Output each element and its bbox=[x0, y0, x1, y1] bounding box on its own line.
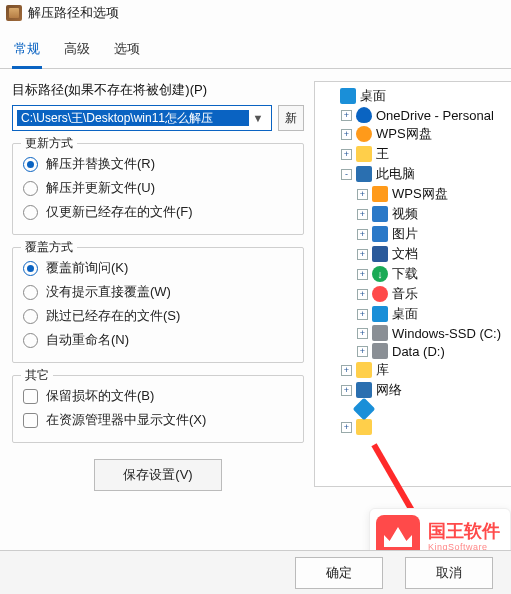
tree-node-label: 文档 bbox=[392, 245, 418, 263]
checkbox-icon bbox=[23, 389, 38, 404]
group-other: 其它 保留损坏的文件(B)在资源管理器中显示文件(X) bbox=[12, 375, 304, 443]
expand-spacer bbox=[325, 91, 336, 102]
net-icon bbox=[356, 382, 372, 398]
tree-node-label: 图片 bbox=[392, 225, 418, 243]
option-label: 仅更新已经存在的文件(F) bbox=[46, 203, 193, 221]
overwrite-option[interactable]: 跳过已经存在的文件(S) bbox=[23, 304, 293, 328]
folder-icon bbox=[356, 146, 372, 162]
tree-node[interactable]: +文档 bbox=[317, 244, 509, 264]
folder-icon bbox=[356, 419, 372, 435]
expand-toggle[interactable]: + bbox=[357, 209, 368, 220]
tree-node-label: 王 bbox=[376, 145, 389, 163]
expand-toggle[interactable]: + bbox=[341, 365, 352, 376]
tab-advanced[interactable]: 高级 bbox=[62, 34, 92, 68]
expand-toggle[interactable]: + bbox=[357, 309, 368, 320]
save-settings-button[interactable]: 保存设置(V) bbox=[94, 459, 221, 491]
tree-node[interactable]: +网络 bbox=[317, 380, 509, 400]
tree-node[interactable]: +图片 bbox=[317, 224, 509, 244]
tree-node[interactable]: +Windows-SSD (C:) bbox=[317, 324, 509, 342]
tree-node[interactable] bbox=[317, 400, 509, 418]
lib-icon bbox=[356, 362, 372, 378]
desktop-icon bbox=[372, 306, 388, 322]
other-option[interactable]: 保留损坏的文件(B) bbox=[23, 384, 293, 408]
expand-toggle[interactable]: + bbox=[357, 269, 368, 280]
radio-icon bbox=[23, 261, 38, 276]
expand-toggle[interactable]: + bbox=[341, 129, 352, 140]
title-bar: 解压路径和选项 bbox=[0, 0, 511, 26]
drive-icon bbox=[372, 325, 388, 341]
option-label: 在资源管理器中显示文件(X) bbox=[46, 411, 206, 429]
checkbox-icon bbox=[23, 413, 38, 428]
option-label: 没有提示直接覆盖(W) bbox=[46, 283, 171, 301]
tree-node[interactable]: +Data (D:) bbox=[317, 342, 509, 360]
tree-node-label: Windows-SSD (C:) bbox=[392, 326, 501, 341]
expand-toggle[interactable]: + bbox=[341, 149, 352, 160]
dest-path-input[interactable] bbox=[17, 110, 249, 126]
update-option[interactable]: 解压并更新文件(U) bbox=[23, 176, 293, 200]
overwrite-option[interactable]: 没有提示直接覆盖(W) bbox=[23, 280, 293, 304]
update-option[interactable]: 仅更新已经存在的文件(F) bbox=[23, 200, 293, 224]
option-label: 解压并替换文件(R) bbox=[46, 155, 155, 173]
tab-general[interactable]: 常规 bbox=[12, 34, 42, 69]
dest-path-label: 目标路径(如果不存在将被创建)(P) bbox=[12, 81, 304, 99]
radio-icon bbox=[23, 205, 38, 220]
tree-node[interactable]: +WPS网盘 bbox=[317, 124, 509, 144]
chevron-down-icon[interactable]: ▼ bbox=[249, 112, 267, 124]
tree-node[interactable]: +OneDrive - Personal bbox=[317, 106, 509, 124]
pc-icon bbox=[356, 166, 372, 182]
music-icon bbox=[372, 286, 388, 302]
expand-toggle[interactable]: + bbox=[357, 289, 368, 300]
tree-node[interactable]: + bbox=[317, 418, 509, 436]
option-label: 跳过已经存在的文件(S) bbox=[46, 307, 180, 325]
tab-options[interactable]: 选项 bbox=[112, 34, 142, 68]
radio-icon bbox=[23, 309, 38, 324]
group-label: 覆盖方式 bbox=[21, 239, 77, 256]
expand-toggle[interactable]: - bbox=[341, 169, 352, 180]
group-overwrite-mode: 覆盖方式 覆盖前询问(K)没有提示直接覆盖(W)跳过已经存在的文件(S)自动重命… bbox=[12, 247, 304, 363]
overwrite-option[interactable]: 自动重命名(N) bbox=[23, 328, 293, 352]
update-option[interactable]: 解压并替换文件(R) bbox=[23, 152, 293, 176]
radio-icon bbox=[23, 181, 38, 196]
dest-path-combobox[interactable]: ▼ bbox=[12, 105, 272, 131]
tree-node[interactable]: +WPS网盘 bbox=[317, 184, 509, 204]
expand-toggle[interactable]: + bbox=[357, 229, 368, 240]
dialog-footer: 确定 取消 bbox=[0, 550, 511, 594]
new-folder-button[interactable]: 新 bbox=[278, 105, 304, 131]
expand-toggle[interactable]: + bbox=[341, 110, 352, 121]
cancel-button[interactable]: 取消 bbox=[405, 557, 493, 589]
radio-icon bbox=[23, 157, 38, 172]
expand-toggle[interactable]: + bbox=[357, 249, 368, 260]
expand-toggle[interactable]: + bbox=[357, 328, 368, 339]
video-icon bbox=[372, 206, 388, 222]
folder-tree[interactable]: 桌面+OneDrive - Personal+WPS网盘+王-此电脑+WPS网盘… bbox=[314, 81, 511, 487]
tree-node-label: 桌面 bbox=[392, 305, 418, 323]
tree-node-label: 库 bbox=[376, 361, 389, 379]
ok-button[interactable]: 确定 bbox=[295, 557, 383, 589]
doc-icon bbox=[372, 246, 388, 262]
wps-icon bbox=[356, 126, 372, 142]
expand-toggle[interactable]: + bbox=[341, 385, 352, 396]
tree-node[interactable]: 桌面 bbox=[317, 86, 509, 106]
tree-node[interactable]: +桌面 bbox=[317, 304, 509, 324]
overwrite-option[interactable]: 覆盖前询问(K) bbox=[23, 256, 293, 280]
radio-icon bbox=[23, 333, 38, 348]
tree-node[interactable]: +库 bbox=[317, 360, 509, 380]
pic-icon bbox=[372, 226, 388, 242]
tree-node[interactable]: +音乐 bbox=[317, 284, 509, 304]
tree-node[interactable]: -此电脑 bbox=[317, 164, 509, 184]
tree-node[interactable]: +下载 bbox=[317, 264, 509, 284]
tree-node[interactable]: +视频 bbox=[317, 204, 509, 224]
window-title: 解压路径和选项 bbox=[28, 4, 119, 22]
expand-toggle[interactable]: + bbox=[341, 422, 352, 433]
other-option[interactable]: 在资源管理器中显示文件(X) bbox=[23, 408, 293, 432]
group-label: 其它 bbox=[21, 367, 53, 384]
tree-node-label: WPS网盘 bbox=[392, 185, 448, 203]
drive-icon bbox=[372, 343, 388, 359]
desktop-icon bbox=[340, 88, 356, 104]
tree-node-label: OneDrive - Personal bbox=[376, 108, 494, 123]
expand-toggle[interactable]: + bbox=[357, 346, 368, 357]
option-label: 自动重命名(N) bbox=[46, 331, 129, 349]
expand-toggle[interactable]: + bbox=[357, 189, 368, 200]
tree-node[interactable]: +王 bbox=[317, 144, 509, 164]
tree-node-label: 视频 bbox=[392, 205, 418, 223]
